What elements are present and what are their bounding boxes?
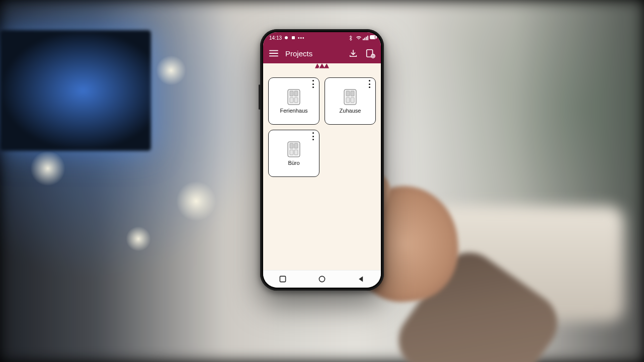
content-area: Ferienhaus Zuhause [263,72,381,270]
svg-rect-20 [294,91,298,96]
nav-home-button[interactable] [316,273,328,285]
android-nav-bar [263,270,381,288]
phone-frame: 14:13 ••• [260,29,384,291]
signal-icon [363,35,368,40]
svg-rect-32 [294,150,298,155]
background-sofa [433,206,624,322]
projects-grid: Ferienhaus Zuhause [268,77,376,177]
project-card-label: Zuhause [340,108,361,114]
project-card-zuhause[interactable]: Zuhause [325,77,376,125]
project-card-buero[interactable]: Büro [268,130,319,177]
status-bar: 14:13 ••• [263,32,381,43]
svg-rect-21 [290,98,293,103]
svg-rect-24 [346,91,350,96]
svg-rect-27 [351,98,354,103]
project-card-label: Büro [288,160,299,166]
intercom-device-icon [287,89,300,105]
status-overflow-dots: ••• [298,35,305,41]
nav-back-button[interactable] [355,273,367,285]
status-notification-icon [284,35,289,40]
svg-rect-19 [290,91,293,96]
brand-logo [263,63,381,72]
status-time: 14:13 [269,35,282,41]
svg-point-0 [285,36,288,39]
svg-rect-22 [294,98,298,103]
svg-point-34 [319,276,325,282]
svg-rect-26 [346,98,350,103]
bluetooth-icon [349,35,354,40]
menu-button[interactable] [268,48,279,59]
app-bar: Projects [263,43,381,63]
svg-rect-8 [371,36,375,39]
wifi-icon [356,35,361,40]
svg-marker-17 [324,63,329,68]
add-project-button[interactable] [365,48,376,59]
svg-rect-23 [344,89,356,105]
svg-rect-30 [294,143,298,148]
svg-marker-35 [359,276,363,282]
svg-rect-18 [288,89,300,105]
import-button[interactable] [348,48,359,59]
nav-recents-button[interactable] [277,273,289,285]
svg-rect-4 [366,37,367,40]
card-more-button[interactable] [310,132,316,140]
status-notification-icon [291,35,296,40]
appbar-title: Projects [285,49,342,58]
svg-rect-25 [351,91,354,96]
card-more-button[interactable] [366,80,372,88]
svg-marker-16 [319,63,325,68]
svg-rect-29 [290,143,293,148]
svg-rect-3 [364,38,365,40]
svg-rect-1 [292,36,295,39]
intercom-device-icon [344,89,357,105]
project-card-ferienhaus[interactable]: Ferienhaus [268,77,319,125]
svg-rect-31 [290,150,293,155]
svg-rect-28 [288,142,300,157]
battery-icon [370,35,375,40]
card-more-button[interactable] [310,80,316,88]
project-card-label: Ferienhaus [280,108,307,114]
svg-rect-7 [376,36,377,38]
phone-screen: 14:13 ••• [263,32,381,288]
background-tv [0,30,151,151]
svg-rect-33 [280,276,285,282]
svg-rect-5 [367,36,368,40]
svg-rect-2 [363,39,364,40]
intercom-device-icon [287,141,300,157]
